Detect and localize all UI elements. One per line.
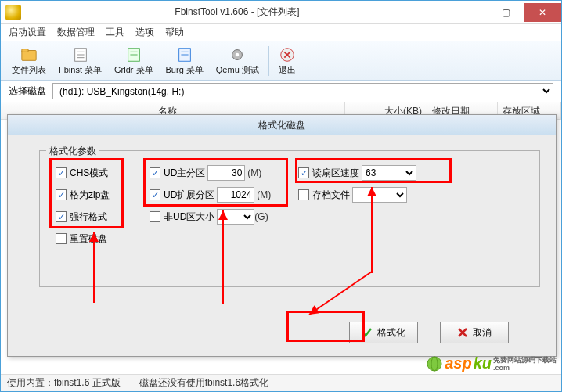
udext-label: UD扩展分区 bbox=[164, 189, 214, 202]
archive-checkbox[interactable] bbox=[298, 189, 309, 200]
cross-icon bbox=[457, 327, 468, 338]
tb-qemu[interactable]: Qemu 测试 bbox=[210, 43, 265, 79]
status-right: 磁盘还没有使用fbinst1.6格式化 bbox=[139, 376, 268, 390]
menu-data[interactable]: 数据管理 bbox=[57, 26, 95, 39]
gear-icon bbox=[229, 46, 246, 63]
tb-exit[interactable]: 退出 bbox=[272, 43, 302, 79]
tb-burg[interactable]: Burg 菜单 bbox=[160, 43, 210, 79]
archive-label: 存档文件 bbox=[312, 189, 350, 202]
page-icon bbox=[72, 46, 89, 63]
menubar: 启动设置 数据管理 工具 选项 帮助 bbox=[1, 24, 561, 41]
tb-fbinst[interactable]: Fbinst 菜单 bbox=[52, 43, 108, 79]
status-left: 使用内置：fbinst1.6 正式版 bbox=[7, 376, 121, 390]
window-title: FbinstTool v1.606 - [文件列表] bbox=[21, 5, 453, 19]
readspeed-checkbox[interactable]: ✓ bbox=[298, 167, 309, 178]
chs-checkbox[interactable]: ✓ bbox=[56, 167, 67, 178]
toolbar: 文件列表 Fbinst 菜单 Grldr 菜单 Burg 菜单 Qemu 测试 … bbox=[1, 41, 561, 81]
disk-select[interactable]: (hd1): USB_Kingston(14g, H:) bbox=[52, 83, 553, 99]
format-button[interactable]: 格式化 bbox=[349, 322, 418, 343]
zip-checkbox[interactable]: ✓ bbox=[56, 189, 67, 200]
tb-grldr[interactable]: Grldr 菜单 bbox=[108, 43, 160, 79]
dialog-title: 格式化磁盘 bbox=[8, 115, 556, 135]
nonud-checkbox[interactable] bbox=[150, 211, 160, 222]
force-checkbox[interactable]: ✓ bbox=[56, 211, 67, 222]
reset-checkbox[interactable] bbox=[56, 233, 67, 244]
svg-point-23 bbox=[427, 357, 441, 371]
statusbar: 使用内置：fbinst1.6 正式版 磁盘还没有使用fbinst1.6格式化 bbox=[1, 374, 561, 391]
minimize-button[interactable]: — bbox=[453, 3, 488, 22]
menu-help[interactable]: 帮助 bbox=[165, 26, 184, 39]
globe-icon bbox=[426, 355, 443, 372]
cancel-button[interactable]: 取消 bbox=[440, 322, 509, 343]
fieldset-legend: 格式化参数 bbox=[46, 145, 99, 158]
reset-label: 重置磁盘 bbox=[70, 232, 107, 246]
nonud-label: 非UD区大小 bbox=[164, 210, 214, 224]
udmain-unit: (M) bbox=[247, 167, 261, 178]
svg-rect-1 bbox=[22, 49, 28, 52]
readspeed-label: 读扇区速度 bbox=[312, 167, 359, 180]
nonud-select[interactable] bbox=[217, 209, 254, 225]
format-params: 格式化参数 ✓CHS模式 ✓格为zip盘 ✓强行格式 重置磁盘 ✓ UD主分区 … bbox=[39, 150, 540, 287]
maximize-button[interactable]: ▢ bbox=[488, 3, 524, 22]
force-label: 强行格式 bbox=[70, 210, 107, 224]
udext-input[interactable] bbox=[217, 187, 254, 203]
menu-boot[interactable]: 启动设置 bbox=[9, 26, 46, 39]
tb-filelist[interactable]: 文件列表 bbox=[5, 43, 52, 79]
udext-unit: (M) bbox=[257, 189, 271, 200]
udmain-label: UD主分区 bbox=[164, 167, 205, 180]
udext-checkbox[interactable]: ✓ bbox=[150, 189, 160, 200]
archive-select[interactable] bbox=[352, 187, 407, 203]
svg-point-13 bbox=[236, 52, 240, 56]
app-icon bbox=[5, 5, 21, 20]
zip-label: 格为zip盘 bbox=[70, 189, 110, 202]
udmain-input[interactable] bbox=[207, 165, 245, 181]
menu-tools[interactable]: 工具 bbox=[106, 26, 124, 39]
disk-label: 选择磁盘 bbox=[9, 85, 46, 98]
chs-label: CHS模式 bbox=[70, 167, 108, 180]
format-dialog: 格式化磁盘 格式化参数 ✓CHS模式 ✓格为zip盘 ✓强行格式 重置磁盘 ✓ … bbox=[7, 114, 557, 357]
page-green-icon bbox=[125, 46, 142, 63]
nonud-unit: (G) bbox=[254, 211, 268, 222]
watermark: aspku 免费网站源码下载站 .com bbox=[426, 354, 557, 372]
udmain-checkbox[interactable]: ✓ bbox=[150, 167, 160, 178]
folder-list-icon bbox=[20, 46, 38, 63]
readspeed-select[interactable]: 63 bbox=[362, 165, 416, 181]
menu-options[interactable]: 选项 bbox=[135, 26, 154, 39]
exit-icon bbox=[279, 46, 296, 63]
check-icon bbox=[362, 327, 373, 338]
page-blue-icon bbox=[176, 46, 193, 63]
close-button[interactable]: ✕ bbox=[524, 3, 561, 22]
toolbar-separator bbox=[268, 46, 269, 76]
